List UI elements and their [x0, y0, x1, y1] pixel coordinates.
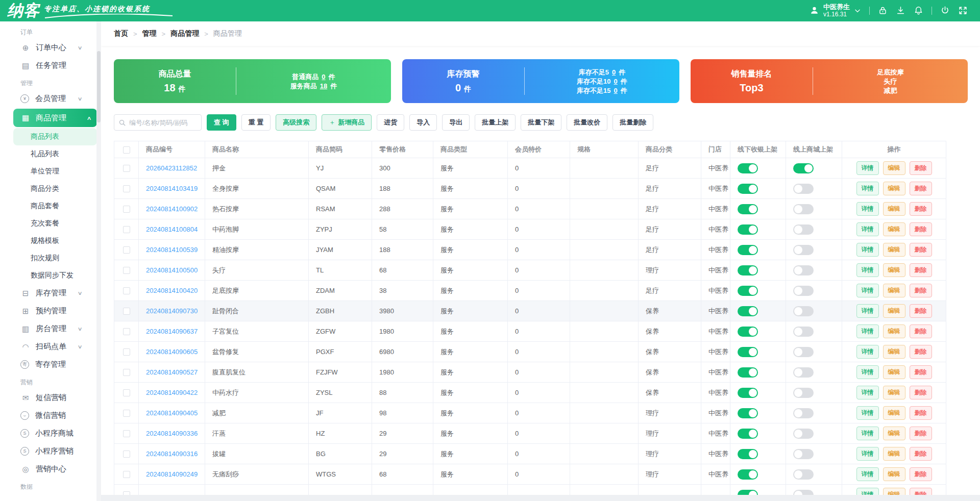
fullscreen-icon[interactable]	[958, 6, 968, 15]
breadcrumb-item[interactable]: 商品管理	[170, 29, 199, 38]
row-checkbox[interactable]	[123, 348, 130, 356]
row-checkbox[interactable]	[123, 430, 130, 437]
sidebar-subitem[interactable]: 单位管理	[0, 163, 101, 180]
sidebar-subitem[interactable]: 商品分类	[0, 180, 101, 197]
sidebar-subitem[interactable]: 扣次规则	[0, 249, 101, 267]
online-shelf-toggle-off[interactable]	[793, 347, 814, 357]
online-shelf-toggle-off[interactable]	[793, 204, 814, 214]
batch-reprice-button[interactable]: 批量改价	[567, 114, 607, 131]
sidebar-scrollbar-thumb[interactable]	[97, 51, 101, 122]
row-checkbox[interactable]	[123, 328, 130, 335]
edit-button[interactable]: 编辑	[883, 406, 905, 420]
detail-button[interactable]: 详情	[856, 304, 879, 318]
search-button[interactable]: 查 询	[207, 114, 236, 131]
delete-button[interactable]: 删除	[910, 304, 932, 318]
sidebar-item-wechat-marketing[interactable]: ⌣微信营销	[0, 407, 101, 424]
delete-button[interactable]: 删除	[910, 202, 932, 216]
edit-button[interactable]: 编辑	[883, 467, 905, 481]
product-code-link[interactable]: 20240814090316	[139, 444, 205, 464]
offline-shelf-toggle-on[interactable]	[738, 163, 758, 173]
online-shelf-toggle-off[interactable]	[793, 367, 814, 378]
sidebar-item-booking-manage[interactable]: ⊞预约管理	[0, 302, 101, 320]
sidebar-item-product-manage[interactable]: ▦商品管理∧	[13, 109, 97, 127]
detail-button[interactable]: 详情	[856, 222, 879, 236]
product-code-link[interactable]: 20240814090730	[139, 301, 205, 321]
purchase-button[interactable]: 进货	[377, 114, 404, 131]
delete-button[interactable]: 删除	[910, 345, 932, 359]
sidebar-subitem[interactable]: 商品套餐	[0, 197, 101, 215]
product-code-link[interactable]: 20240814090405	[139, 403, 205, 423]
edit-button[interactable]: 编辑	[883, 284, 905, 297]
breadcrumb-item[interactable]: 管理	[142, 29, 157, 38]
sidebar-item-miniprogram-mall[interactable]: S小程序商城	[0, 424, 101, 442]
online-shelf-toggle-off[interactable]	[793, 408, 814, 418]
delete-button[interactable]: 删除	[910, 447, 932, 461]
product-code-link[interactable]: 20240814090422	[139, 383, 205, 403]
edit-button[interactable]: 编辑	[883, 386, 905, 399]
delete-button[interactable]: 删除	[910, 386, 932, 399]
sidebar-item-sms-marketing[interactable]: ✉短信营销	[0, 389, 101, 407]
detail-button[interactable]: 详情	[856, 243, 879, 257]
online-shelf-toggle-off[interactable]	[793, 388, 814, 398]
user-menu[interactable]: 中医养生 v1.16.31	[810, 4, 861, 18]
offline-shelf-toggle-on[interactable]	[738, 367, 758, 378]
detail-button[interactable]: 详情	[856, 263, 879, 277]
detail-button[interactable]: 详情	[856, 427, 879, 440]
edit-button[interactable]: 编辑	[883, 365, 905, 379]
row-checkbox[interactable]	[123, 246, 130, 254]
product-code-link[interactable]: 20240814100420	[139, 281, 205, 301]
delete-button[interactable]: 删除	[910, 222, 932, 236]
row-checkbox[interactable]	[123, 308, 130, 315]
edit-button[interactable]: 编辑	[883, 447, 905, 461]
product-code-link[interactable]: 20260423112852	[139, 158, 205, 179]
edit-button[interactable]: 编辑	[883, 427, 905, 440]
row-checkbox[interactable]	[123, 206, 130, 213]
detail-button[interactable]: 详情	[856, 406, 879, 420]
sidebar-scrollbar[interactable]	[96, 21, 101, 501]
edit-button[interactable]: 编辑	[883, 263, 905, 277]
delete-button[interactable]: 删除	[910, 284, 932, 297]
product-code-link[interactable]: 20240814090336	[139, 423, 205, 444]
offline-shelf-toggle-on[interactable]	[738, 469, 758, 480]
detail-button[interactable]: 详情	[856, 182, 879, 195]
row-checkbox[interactable]	[123, 410, 130, 417]
row-checkbox[interactable]	[123, 471, 130, 478]
search-box[interactable]	[114, 114, 202, 131]
sidebar-item-marketing-center[interactable]: ◎营销中心	[0, 460, 101, 478]
sidebar-item-miniprogram-marketing[interactable]: S小程序营销	[0, 442, 101, 460]
edit-button[interactable]: 编辑	[883, 243, 905, 257]
detail-button[interactable]: 详情	[856, 284, 879, 297]
delete-button[interactable]: 删除	[910, 427, 932, 440]
product-code-link[interactable]: 20240814090527	[139, 362, 205, 383]
product-code-link[interactable]: 20240814100539	[139, 240, 205, 260]
delete-button[interactable]: 删除	[910, 324, 932, 338]
offline-shelf-toggle-on[interactable]	[738, 388, 758, 398]
edit-button[interactable]: 编辑	[883, 345, 905, 359]
online-shelf-toggle-off[interactable]	[793, 469, 814, 480]
export-button[interactable]: 导出	[442, 114, 470, 131]
edit-button[interactable]: 编辑	[883, 182, 905, 195]
detail-button[interactable]: 详情	[856, 447, 879, 461]
sidebar-item-inventory-manage[interactable]: ⊟库存管理∨	[0, 284, 101, 302]
delete-button[interactable]: 删除	[910, 406, 932, 420]
sidebar-item-task-manage[interactable]: ▤任务管理	[0, 57, 101, 74]
card-stat-value[interactable]: 0	[614, 87, 618, 94]
horizontal-scroll-area[interactable]	[101, 495, 980, 501]
sidebar-subitem[interactable]: 数据同步下发	[0, 267, 101, 284]
row-checkbox[interactable]	[123, 389, 130, 396]
edit-button[interactable]: 编辑	[883, 161, 905, 175]
product-code-link[interactable]: 20240814100804	[139, 219, 205, 240]
delete-button[interactable]: 删除	[910, 467, 932, 481]
detail-button[interactable]: 详情	[856, 467, 879, 481]
sidebar-item-order-center[interactable]: ⊕订单中心∨	[0, 39, 101, 57]
online-shelf-toggle-off[interactable]	[793, 306, 814, 316]
offline-shelf-toggle-on[interactable]	[738, 327, 758, 337]
power-icon[interactable]	[940, 6, 950, 15]
row-checkbox[interactable]	[123, 267, 130, 274]
batch-off-shelf-button[interactable]: 批量下架	[521, 114, 561, 131]
edit-button[interactable]: 编辑	[883, 304, 905, 318]
detail-button[interactable]: 详情	[856, 161, 879, 175]
sidebar-subitem[interactable]: 商品列表	[13, 128, 97, 145]
product-code-link[interactable]: 20240814090249	[139, 464, 205, 485]
download-icon[interactable]	[896, 6, 905, 15]
